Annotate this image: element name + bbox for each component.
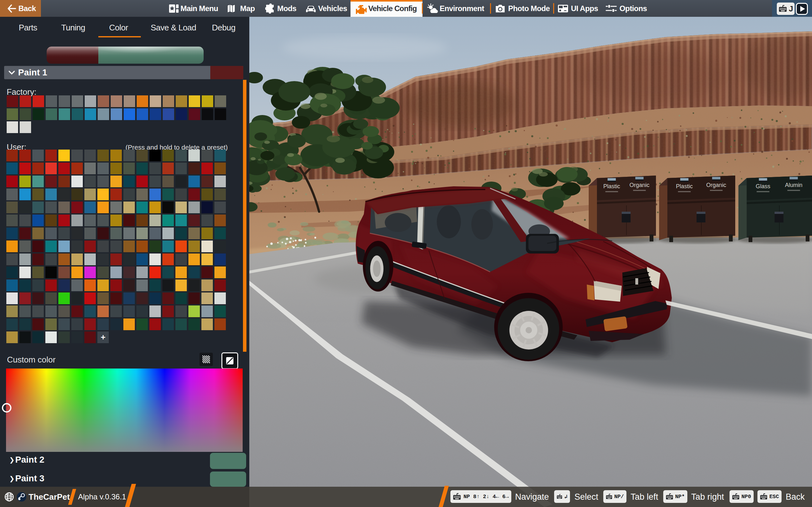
svg-text:Glass: Glass bbox=[756, 183, 770, 189]
svg-text:Organic: Organic bbox=[629, 182, 649, 188]
svg-text:Organic: Organic bbox=[706, 182, 726, 188]
svg-text:Plastic: Plastic bbox=[676, 183, 693, 189]
svg-text:Alumin: Alumin bbox=[785, 182, 803, 188]
svg-text:Plastic: Plastic bbox=[603, 183, 620, 189]
